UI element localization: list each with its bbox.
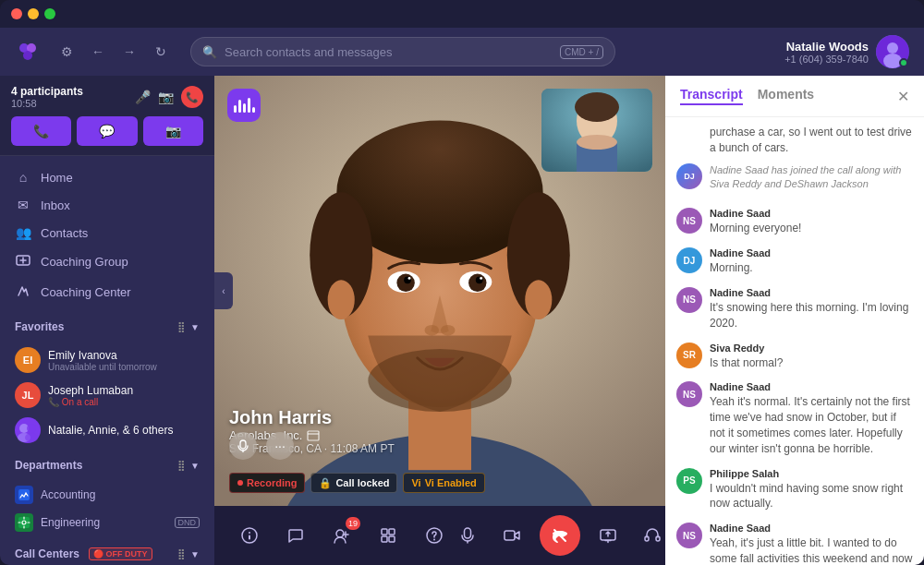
svg-point-8 bbox=[27, 424, 36, 433]
msg-avatar: DJ bbox=[676, 247, 702, 273]
contact-info: Natalie, Annie, & 6 others bbox=[48, 424, 200, 437]
tab-moments[interactable]: Moments bbox=[758, 87, 814, 105]
drag-icon: ⣿ bbox=[177, 548, 185, 560]
maximize-button[interactable] bbox=[44, 8, 55, 19]
contact-group[interactable]: Natalie, Annie, & 6 others bbox=[0, 413, 214, 448]
contact-avatar: JL bbox=[15, 382, 41, 408]
chat-button[interactable] bbox=[279, 519, 312, 552]
sidebar-item-label: Home bbox=[41, 171, 73, 185]
app-logo bbox=[15, 39, 41, 65]
forward-icon[interactable]: → bbox=[118, 41, 140, 63]
svg-rect-40 bbox=[240, 440, 246, 449]
topbar-user: Natalie Woods +1 (604) 359-7840 bbox=[784, 35, 909, 68]
status-dot bbox=[899, 58, 908, 67]
thumbnail-person bbox=[541, 89, 652, 172]
svg-rect-52 bbox=[505, 531, 515, 540]
favorites-label: Favorites bbox=[15, 320, 64, 333]
participants-button[interactable]: 19 bbox=[325, 519, 359, 552]
end-call-button[interactable] bbox=[540, 515, 580, 556]
svg-point-33 bbox=[525, 280, 552, 319]
svg-point-32 bbox=[328, 280, 355, 319]
grid-button[interactable] bbox=[371, 519, 405, 552]
sidebar-item-coaching-group[interactable]: Coaching Group bbox=[0, 246, 214, 277]
search-input[interactable] bbox=[225, 45, 553, 59]
enabled-badge: Vi Vi Enabled bbox=[403, 473, 484, 493]
audio-bar bbox=[234, 105, 237, 113]
msg-sender: Siva Reddy bbox=[710, 343, 913, 354]
call-centers-header[interactable]: Call Centers 🔴 OFF DUTY ⣿ ▼ bbox=[15, 547, 200, 560]
svg-point-10 bbox=[25, 433, 38, 442]
svg-rect-45 bbox=[382, 529, 387, 535]
video-button[interactable]: 📷 bbox=[143, 116, 203, 146]
camera-icon[interactable]: 📷 bbox=[158, 90, 174, 104]
svg-rect-55 bbox=[645, 536, 649, 541]
content: 4 participants 10:58 🎤 📷 📞 📞 💬 📷 bbox=[0, 76, 924, 565]
contact-emily[interactable]: EI Emily Ivanova Unavailable until tomor… bbox=[0, 343, 214, 378]
transcript-message: NS Nadine Saad Yeah it's normal. It's ce… bbox=[676, 381, 913, 456]
sidebar-item-contacts[interactable]: 👥 Contacts bbox=[0, 219, 214, 246]
msg-avatar: PS bbox=[676, 468, 702, 494]
headset-button[interactable] bbox=[636, 519, 665, 552]
sidebar-item-coaching-center[interactable]: Coaching Center bbox=[0, 277, 214, 307]
person-name: John Harris bbox=[229, 407, 395, 428]
back-icon[interactable]: ← bbox=[87, 41, 109, 63]
status-badges: Recording 🔒 Call locked Vi Vi Enabled bbox=[229, 473, 485, 493]
svg-rect-56 bbox=[656, 536, 660, 541]
dept-engineering[interactable]: Engineering DND bbox=[0, 509, 214, 536]
svg-point-2 bbox=[23, 51, 32, 60]
favorites-header[interactable]: Favorites ⣿ ▼ bbox=[15, 320, 200, 333]
panel-close-button[interactable]: ✕ bbox=[897, 88, 909, 105]
more-options-control[interactable]: ··· bbox=[266, 432, 294, 460]
contact-joseph[interactable]: JL Joseph Lumaban 📞 On a call bbox=[0, 378, 214, 413]
msg-text: Is that normal? bbox=[710, 355, 913, 371]
msg-text: Yeah, it's just a little bit. I wanted t… bbox=[710, 535, 913, 565]
mute-button[interactable] bbox=[451, 519, 484, 552]
msg-sender: Philippe Salah bbox=[710, 468, 913, 479]
svg-point-50 bbox=[433, 539, 435, 541]
info-button[interactable] bbox=[233, 519, 266, 552]
refresh-icon[interactable]: ↻ bbox=[150, 41, 172, 63]
call-button[interactable]: 📞 bbox=[11, 116, 71, 146]
audio-bar bbox=[248, 98, 250, 113]
audio-bar bbox=[252, 107, 255, 113]
msg-avatar: SR bbox=[676, 343, 702, 368]
topbar-actions: ⚙ ← → ↻ bbox=[55, 41, 172, 63]
panel-tabs: Transcript Moments bbox=[680, 87, 814, 105]
svg-rect-39 bbox=[308, 431, 319, 440]
sidebar-collapse-button[interactable]: ‹ bbox=[214, 272, 233, 309]
share-screen-button[interactable] bbox=[591, 519, 625, 552]
bottom-bar: 19 bbox=[214, 506, 665, 565]
favorites-section: Favorites ⣿ ▼ bbox=[0, 315, 214, 343]
participants-badge: 19 bbox=[346, 517, 360, 530]
minimize-button[interactable] bbox=[28, 8, 39, 19]
help-button[interactable] bbox=[418, 519, 451, 552]
user-avatar-container bbox=[876, 35, 909, 68]
sidebar-item-label: Coaching Group bbox=[41, 255, 128, 269]
svg-point-30 bbox=[441, 325, 456, 336]
sidebar-item-home[interactable]: ⌂ Home bbox=[0, 163, 214, 191]
coaching-center-icon bbox=[15, 283, 31, 301]
svg-rect-43 bbox=[249, 535, 250, 540]
call-time: 10:58 bbox=[11, 98, 83, 109]
call-end-button[interactable]: 📞 bbox=[181, 86, 203, 108]
drag-icon: ⣿ bbox=[177, 460, 185, 472]
departments-header[interactable]: Departments ⣿ ▼ bbox=[15, 459, 200, 472]
close-button[interactable] bbox=[11, 8, 22, 19]
search-bar[interactable]: 🔍 CMD + / bbox=[190, 37, 615, 66]
tab-transcript[interactable]: Transcript bbox=[680, 87, 743, 105]
msg-content: Siva Reddy Is that normal? bbox=[710, 343, 913, 371]
sidebar-item-inbox[interactable]: ✉ Inbox bbox=[0, 191, 214, 219]
mic-icon[interactable]: 🎤 bbox=[135, 90, 151, 104]
message-button[interactable]: 💬 bbox=[77, 116, 137, 146]
favorites-chevron: ▼ bbox=[190, 322, 200, 332]
contact-info: Joseph Lumaban 📞 On a call bbox=[48, 384, 200, 407]
msg-sender: Nadine Saad bbox=[710, 381, 913, 392]
svg-point-29 bbox=[424, 325, 439, 336]
transcript-message: SR Siva Reddy Is that normal? bbox=[676, 343, 913, 371]
home-icon: ⌂ bbox=[15, 170, 31, 185]
settings-icon[interactable]: ⚙ bbox=[55, 41, 78, 63]
bottom-bar-left: 19 bbox=[233, 519, 451, 552]
video-toggle-button[interactable] bbox=[495, 519, 529, 552]
mic-control[interactable] bbox=[229, 432, 257, 460]
dept-accounting[interactable]: Accounting bbox=[0, 481, 214, 509]
